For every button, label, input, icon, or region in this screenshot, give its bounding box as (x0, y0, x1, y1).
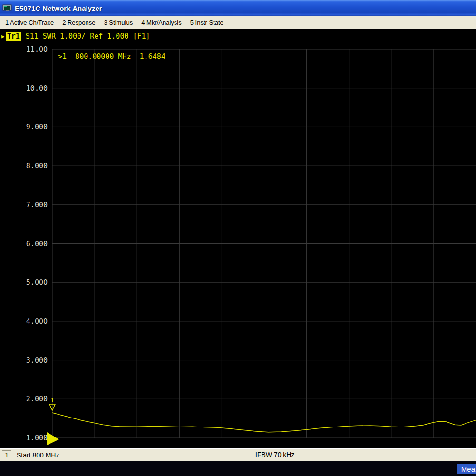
trace-header: ▶ Tr1 S11 SWR 1.000/ Ref 1.000 [F1] (1, 32, 150, 41)
app-icon (2, 4, 12, 12)
meas-softkey-button[interactable]: Mea (457, 464, 476, 474)
y-axis-tick-label: 1.000 (0, 434, 48, 442)
y-axis-tick-label: 7.000 (0, 201, 48, 209)
menu-item-1[interactable]: 1 Active Ch/Trace (1, 19, 58, 26)
y-axis-tick-label: 2.000 (0, 395, 48, 403)
status-bar: 1 Start 800 MHz IFBW 70 kHz (0, 448, 476, 461)
window-title-bar[interactable]: E5071C Network Analyzer (0, 0, 476, 16)
y-axis-tick-label: 9.000 (0, 123, 48, 131)
channel-number-box: 1 (2, 450, 11, 459)
y-axis-tick-label: 6.000 (0, 240, 48, 248)
trace-label-tr1[interactable]: Tr1 (6, 32, 21, 41)
marker-readout: >1 800.00000 MHz 1.6484 (58, 52, 165, 61)
trace-format-text: S11 SWR 1.000/ Ref 1.000 [F1] (26, 32, 150, 41)
y-axis-tick-label: 11.00 (0, 45, 48, 54)
menu-item-3[interactable]: 3 Stimulus (100, 19, 137, 26)
y-axis-tick-label: 8.000 (0, 162, 48, 170)
analyzer-display (0, 29, 476, 448)
menu-item-4[interactable]: 4 Mkr/Analysis (137, 19, 186, 26)
window-title: E5071C Network Analyzer (15, 4, 102, 12)
y-axis-tick-label: 4.000 (0, 317, 48, 326)
bottom-taskbar: Mea (0, 461, 476, 476)
y-axis-tick-label: 10.00 (0, 84, 48, 93)
menu-item-2[interactable]: 2 Response (58, 19, 99, 26)
start-frequency-text: Start 800 MHz (17, 451, 59, 459)
menu-item-5[interactable]: 5 Instr State (186, 19, 228, 26)
y-axis-tick-label: 3.000 (0, 356, 48, 365)
active-trace-arrow-icon: ▶ (1, 32, 5, 41)
y-axis-tick-label: 5.000 (0, 278, 48, 287)
ifbw-text: IFBW 70 kHz (255, 451, 294, 458)
menu-bar: 1 Active Ch/Trace2 Response3 Stimulus4 M… (0, 16, 476, 29)
